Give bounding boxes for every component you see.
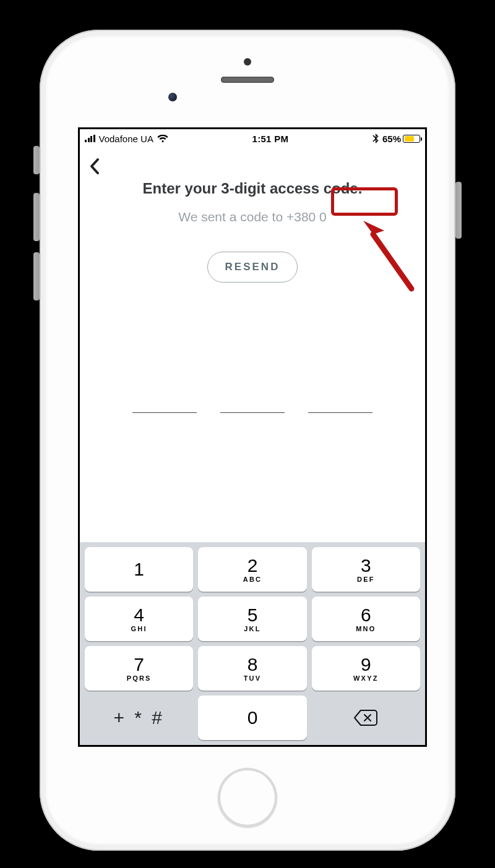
wifi-icon [157,135,168,143]
key-0[interactable]: 0 [198,696,306,740]
key-3[interactable]: 3DEF [312,547,420,592]
phone-number: +380 0 [286,210,327,224]
phone-screen: Vodafone UA 1:51 PM 65% [78,127,427,747]
subtitle-prefix: We sent a code to [178,210,286,224]
status-time: 1:51 PM [168,134,372,144]
battery-percent: 65% [382,134,401,144]
resend-button[interactable]: RESEND [207,252,298,283]
key-backspace[interactable] [312,696,420,740]
front-camera-dot [244,58,251,66]
key-1[interactable]: 1 [85,547,193,592]
key-5[interactable]: 5JKL [198,597,306,641]
key-6[interactable]: 6MNO [312,597,420,641]
home-button[interactable] [218,768,277,827]
phone-device-frame: Vodafone UA 1:51 PM 65% [40,30,455,851]
key-4[interactable]: 4GHI [85,597,193,641]
code-digit-3[interactable] [308,412,372,413]
code-input-slots[interactable] [80,412,425,413]
device-mute-switch [33,146,40,174]
numeric-keypad: 1 2ABC 3DEF 4GHI 5JKL 6MNO 7PQRS 8TUV 9W… [80,542,425,745]
device-volume-up [33,193,40,241]
key-symbols[interactable]: + * # [85,696,193,740]
key-9[interactable]: 9WXYZ [312,646,420,691]
key-2[interactable]: 2ABC [198,547,306,592]
signal-bars-icon [85,135,95,142]
annotation-highlight-box [331,187,398,216]
back-button[interactable] [88,158,416,175]
phone-bezel: Vodafone UA 1:51 PM 65% [45,35,450,846]
earpiece-speaker [221,77,274,83]
device-volume-down [33,252,40,300]
proximity-sensor [168,93,177,101]
carrier-label: Vodafone UA [99,134,153,144]
code-digit-2[interactable] [220,412,285,413]
bluetooth-icon [372,134,379,143]
battery-icon [403,135,420,143]
status-bar: Vodafone UA 1:51 PM 65% [80,129,425,148]
key-8[interactable]: 8TUV [198,646,306,691]
device-power-button [455,182,462,239]
backspace-icon [353,709,378,726]
code-digit-1[interactable] [132,412,197,413]
key-7[interactable]: 7PQRS [85,646,193,691]
